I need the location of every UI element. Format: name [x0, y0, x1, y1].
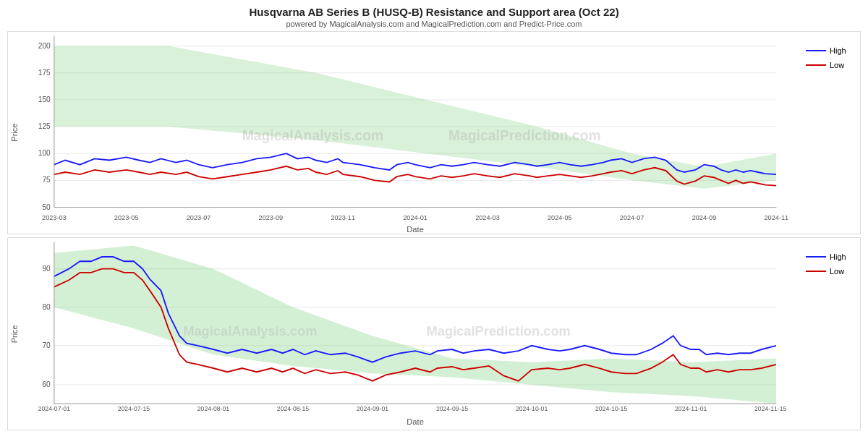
- top-legend-low: Low: [806, 61, 856, 69]
- bottom-legend-high: High: [806, 252, 856, 261]
- svg-text:2024-11-01: 2024-11-01: [675, 405, 707, 412]
- bottom-low-label: Low: [830, 267, 844, 276]
- chart-container: Husqvarna AB Series B (HUSQ-B) Resistanc…: [0, 0, 868, 434]
- high-label: High: [830, 46, 846, 55]
- top-legend: High Low: [802, 32, 860, 234]
- bottom-y-axis-label: Price: [8, 238, 21, 430]
- svg-text:150: 150: [38, 95, 51, 103]
- top-chart-panel: Price: [7, 31, 861, 234]
- svg-text:125: 125: [38, 122, 51, 130]
- svg-text:2024-03: 2024-03: [475, 214, 500, 221]
- svg-text:MagicalAnalysis.com: MagicalAnalysis.com: [183, 323, 317, 339]
- svg-text:2023-09: 2023-09: [259, 214, 284, 221]
- svg-text:2023-07: 2023-07: [187, 214, 211, 221]
- svg-text:2024-08-15: 2024-08-15: [277, 405, 309, 412]
- bottom-chart-with-legend: 90 80 70 60 2024-07-01 2024-07-15 2024-0…: [21, 238, 860, 430]
- svg-marker-52: [54, 245, 776, 404]
- chart-title: Husqvarna AB Series B (HUSQ-B) Resistanc…: [7, 6, 861, 18]
- bottom-legend-low: Low: [806, 267, 856, 276]
- svg-text:75: 75: [42, 176, 51, 184]
- svg-text:MagicalPrediction.com: MagicalPrediction.com: [426, 323, 571, 339]
- bottom-high-label: High: [830, 252, 846, 261]
- svg-text:100: 100: [38, 149, 51, 157]
- top-legend-high: High: [806, 46, 856, 55]
- svg-text:60: 60: [42, 380, 51, 388]
- svg-text:2023-05: 2023-05: [114, 214, 139, 221]
- bottom-legend: High Low: [802, 238, 860, 430]
- top-chart-svg: 200 175 150 125 100 75 50 2023-03 2023-0…: [21, 32, 802, 234]
- svg-text:2024-07-15: 2024-07-15: [118, 405, 150, 412]
- bottom-chart-panel: Price 90: [7, 237, 861, 430]
- svg-marker-27: [54, 46, 776, 189]
- svg-text:2023-03: 2023-03: [42, 214, 67, 221]
- chart-subtitle: powered by MagicalAnalysis.com and Magic…: [7, 20, 861, 28]
- svg-text:2024-10-15: 2024-10-15: [595, 405, 627, 412]
- svg-text:175: 175: [38, 69, 51, 77]
- svg-text:Date: Date: [407, 225, 424, 234]
- low-label: Low: [830, 61, 844, 69]
- svg-text:2024-09: 2024-09: [692, 214, 717, 221]
- svg-text:50: 50: [42, 203, 51, 211]
- svg-text:2024-08-01: 2024-08-01: [197, 405, 229, 412]
- svg-text:2024-07: 2024-07: [620, 214, 644, 221]
- bottom-high-line-indicator: [806, 256, 826, 258]
- svg-text:2024-01: 2024-01: [403, 214, 427, 221]
- svg-text:MagicalAnalysis.com: MagicalAnalysis.com: [242, 127, 384, 143]
- svg-text:2024-09-15: 2024-09-15: [436, 405, 468, 412]
- svg-text:2023-11: 2023-11: [331, 214, 355, 221]
- svg-text:2024-07-01: 2024-07-01: [38, 405, 70, 412]
- svg-text:Date: Date: [407, 417, 424, 426]
- low-line-indicator: [806, 64, 826, 66]
- high-line-indicator: [806, 50, 826, 51]
- svg-text:80: 80: [42, 302, 51, 310]
- svg-text:70: 70: [42, 341, 51, 349]
- top-chart-with-legend: 200 175 150 125 100 75 50 2023-03 2023-0…: [21, 32, 860, 234]
- svg-text:2024-11-15: 2024-11-15: [754, 405, 786, 412]
- svg-text:2024-10-01: 2024-10-01: [516, 405, 548, 412]
- bottom-low-line-indicator: [806, 271, 826, 272]
- svg-text:200: 200: [38, 42, 51, 50]
- svg-text:90: 90: [42, 264, 51, 272]
- bottom-chart-svg: 90 80 70 60 2024-07-01 2024-07-15 2024-0…: [21, 238, 802, 430]
- top-y-axis-label: Price: [8, 32, 21, 234]
- svg-text:2024-05: 2024-05: [548, 214, 572, 221]
- svg-text:2024-09-01: 2024-09-01: [357, 405, 388, 412]
- charts-area: Price: [7, 31, 861, 430]
- svg-text:MagicalPrediction.com: MagicalPrediction.com: [448, 127, 601, 143]
- svg-text:2024-11: 2024-11: [765, 214, 789, 221]
